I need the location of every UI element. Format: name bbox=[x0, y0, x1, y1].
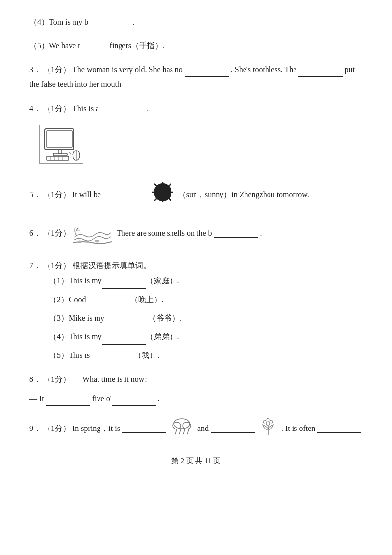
blank-q4 bbox=[101, 104, 145, 113]
svg-point-20 bbox=[78, 241, 82, 243]
q7-sub3: （3）Mike is my（爷爷）. bbox=[49, 310, 363, 326]
blank-q3-1 bbox=[185, 68, 229, 77]
question-fingers: （5）We have tfingers（手指）. bbox=[29, 38, 363, 53]
q8-text2-prefix: — It bbox=[29, 394, 44, 403]
svg-point-32 bbox=[267, 418, 270, 421]
blank-q7-1 bbox=[102, 280, 146, 289]
blank-q9-3 bbox=[317, 424, 361, 433]
svg-line-27 bbox=[179, 429, 181, 434]
q7-sub4-suffix: （弟弟）. bbox=[146, 332, 179, 341]
q7-sub3-suffix: （爷爷）. bbox=[148, 314, 182, 322]
svg-line-26 bbox=[175, 429, 177, 434]
question-4: 4． （1分） This is a . bbox=[29, 101, 363, 173]
q7-label: 7． bbox=[29, 261, 41, 270]
q7-sub4: （4）This is my（弟弟）. bbox=[49, 329, 363, 345]
blank-q9-1 bbox=[122, 424, 166, 433]
q5-text1: It will be bbox=[73, 187, 101, 202]
blank-q7-4 bbox=[102, 336, 146, 345]
q-tom-prefix: （4）Tom is my b bbox=[29, 18, 88, 26]
q7-sub2-suffix: （晚上）. bbox=[130, 295, 164, 303]
q5-score: （1分） bbox=[43, 187, 71, 202]
q7-sub3-prefix: （3）Mike is my bbox=[49, 314, 104, 322]
q9-score: （1分） bbox=[43, 421, 71, 436]
blank-q9-2 bbox=[211, 424, 255, 433]
question-tom: （4）Tom is my b. bbox=[29, 15, 363, 29]
q8-score: （1分） bbox=[43, 375, 71, 383]
svg-line-19 bbox=[154, 198, 157, 201]
q4-text: This is a bbox=[73, 101, 99, 117]
q5-text2: （sun，sunny）in Zhengzhou tomorrow. bbox=[178, 187, 309, 202]
question-8: 8． （1分） — What time is it now? — It five… bbox=[29, 372, 363, 406]
q8-label: 8． bbox=[29, 375, 41, 383]
svg-point-33 bbox=[270, 420, 273, 423]
q3-text2: . She's toothless. The bbox=[231, 65, 297, 74]
blank-q3-2 bbox=[298, 68, 343, 77]
svg-rect-1 bbox=[47, 131, 72, 147]
q6-score: （1分） bbox=[43, 226, 71, 241]
q-fingers-middle: fingers（手指）. bbox=[110, 41, 165, 50]
q5-label: 5． bbox=[29, 187, 41, 202]
q3-label: 3． bbox=[29, 65, 41, 74]
q7-sub1-prefix: （1）This is my bbox=[49, 277, 102, 285]
computer-image bbox=[39, 125, 83, 164]
q7-sub1: （1）This is my（家庭）. bbox=[49, 273, 363, 289]
q6-text1: There are some shells on the b bbox=[117, 226, 212, 241]
q7-score: （1分） bbox=[43, 261, 71, 270]
q4-score: （1分） bbox=[43, 101, 71, 117]
q4-suffix: . bbox=[147, 101, 149, 117]
svg-line-28 bbox=[183, 429, 185, 434]
beach-image bbox=[73, 217, 112, 250]
svg-line-16 bbox=[154, 184, 157, 186]
q3-text1: The woman is very old. She has no bbox=[73, 65, 183, 74]
blank-q7-3 bbox=[104, 317, 148, 326]
question-9: 9． （1分） In spring，it is and bbox=[29, 415, 363, 442]
question-3: 3． （1分） The woman is very old. She has n… bbox=[29, 62, 363, 92]
question-7: 7． （1分） 根据汉语提示填单词。 （1）This is my（家庭）. （2… bbox=[29, 258, 363, 363]
q4-label: 4． bbox=[29, 101, 41, 117]
q-fingers-prefix: （5）We have t bbox=[29, 41, 80, 50]
blank-q5 bbox=[103, 190, 147, 199]
svg-line-18 bbox=[169, 184, 171, 186]
q7-sub2-prefix: （2）Good bbox=[49, 295, 86, 303]
svg-line-17 bbox=[169, 198, 171, 201]
blank-tom bbox=[88, 21, 132, 29]
q7-sub5-prefix: （5）This is bbox=[49, 351, 90, 359]
question-6: 6． （1分） There are some shells on the b. bbox=[29, 217, 363, 250]
blank-q6 bbox=[214, 229, 258, 238]
q8-text1: — What time is it now? bbox=[73, 375, 147, 383]
spring-image-2 bbox=[259, 415, 277, 442]
q7-sub5-suffix: （我）. bbox=[134, 351, 159, 359]
question-5: 5． （1分） It will be （sun，sunny）in Zhengzh… bbox=[29, 181, 363, 208]
q6-suffix: . bbox=[260, 226, 262, 241]
q9-text2: and bbox=[197, 421, 209, 436]
q7-sub1-suffix: （家庭）. bbox=[146, 277, 179, 285]
blank-q8-2 bbox=[112, 397, 156, 406]
sun-icon bbox=[152, 181, 173, 208]
q6-label: 6． bbox=[29, 226, 41, 241]
q-tom-suffix: . bbox=[132, 18, 134, 26]
q9-text3: . It is often bbox=[281, 421, 315, 436]
q8-text2-middle: five o' bbox=[92, 394, 112, 403]
page-footer: 第 2 页 共 11 页 bbox=[29, 456, 363, 466]
q9-text1: In spring，it is bbox=[73, 421, 120, 436]
q8-text2-suffix: . bbox=[158, 394, 160, 403]
svg-point-34 bbox=[263, 420, 266, 423]
q3-score: （1分） bbox=[43, 65, 71, 74]
svg-line-29 bbox=[187, 429, 189, 434]
svg-point-23 bbox=[174, 419, 190, 429]
svg-point-22 bbox=[95, 240, 99, 242]
blank-q8-1 bbox=[46, 397, 90, 406]
q7-sub2: （2）Good（晚上）. bbox=[49, 292, 363, 307]
svg-point-31 bbox=[266, 422, 270, 426]
svg-point-21 bbox=[87, 241, 90, 243]
q7-sub5: （5）This is（我）. bbox=[49, 348, 363, 363]
blank-q7-2 bbox=[86, 299, 130, 307]
svg-rect-0 bbox=[45, 129, 74, 150]
blank-fingers bbox=[80, 45, 110, 53]
blank-q7-5 bbox=[90, 354, 134, 363]
q9-label: 9． bbox=[29, 421, 41, 436]
svg-rect-6 bbox=[47, 156, 69, 160]
q7-instruction: 根据汉语提示填单词。 bbox=[73, 261, 151, 270]
spring-image-1 bbox=[170, 415, 194, 442]
svg-rect-3 bbox=[53, 153, 67, 156]
